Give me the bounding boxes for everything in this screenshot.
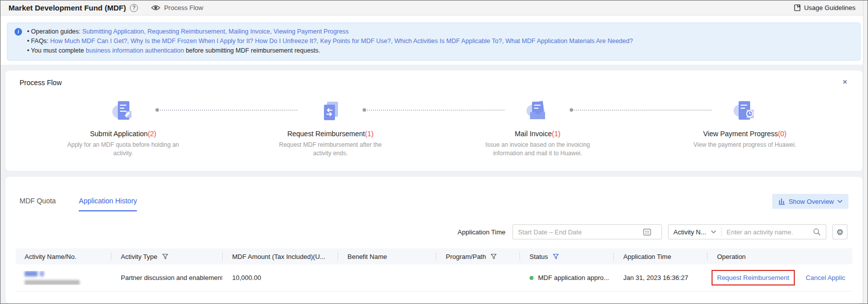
step-count: (1) <box>365 130 374 138</box>
column-application-time: Application Time <box>613 248 707 264</box>
step-description: Issue an invoice based on the invoicing … <box>479 141 596 158</box>
filter-bar: Application Time Activity N... ⚙ <box>16 224 852 239</box>
document-pencil-icon <box>111 99 135 123</box>
faqs-label: • FAQs: <box>27 38 50 45</box>
banner-line-faqs: • FAQs: How Much MDF Can I Get?, Why Is … <box>27 37 633 46</box>
application-history-table: Activity Name/No. Activity Type MDF Amou… <box>16 248 852 291</box>
scrollbar[interactable] <box>863 1 867 303</box>
column-program-path: Program/Path <box>436 248 519 264</box>
step-label: Mail Invoice(1) <box>434 130 641 138</box>
banner-line-operation-guides: • Operation guides: Submitting Applicati… <box>27 27 633 37</box>
gear-icon: ⚙ <box>836 227 843 237</box>
step-description: Request MDF reimbursement after the acti… <box>272 141 389 158</box>
help-icon[interactable]: ? <box>130 4 138 12</box>
calendar-icon[interactable] <box>643 228 651 236</box>
close-icon[interactable]: × <box>842 78 847 86</box>
step-view-payment-progress: View Payment Progress(0) View the paymen… <box>641 99 848 158</box>
link-faq-frozen[interactable]: Why Is the MDF Frozen When I Apply for I… <box>131 38 318 45</box>
tab-mdf-quota[interactable]: MDF Quota <box>20 197 56 211</box>
chevron-down-icon <box>711 230 716 233</box>
redacted-text <box>25 271 38 276</box>
process-flow-toggle-label: Process Flow <box>164 4 203 12</box>
application-time-label: Application Time <box>458 228 505 236</box>
chevron-down-icon <box>837 200 842 203</box>
cell-activity-type: Partner discussion and enablement <box>111 274 222 281</box>
info-icon: i <box>15 28 22 36</box>
step-description: Apply for an MDF quota before holding an… <box>65 141 182 158</box>
page-title: Market Development Fund (MDF) <box>9 4 126 12</box>
redacted-text <box>25 280 80 285</box>
tab-application-history[interactable]: Application History <box>79 197 137 211</box>
step-count: (0) <box>778 130 786 138</box>
date-range-input[interactable] <box>518 228 640 236</box>
search-category-dropdown[interactable]: Activity N... <box>668 225 721 239</box>
activity-name-input[interactable] <box>722 228 810 236</box>
status-text: MDF application appro... <box>538 274 609 281</box>
table-row: Partner discussion and enablement 10,000… <box>16 264 852 291</box>
filter-funnel-icon[interactable] <box>490 253 497 260</box>
link-requesting-reimbursement[interactable]: Requesting Reimbursement, <box>147 28 227 35</box>
show-overview-label: Show Overview <box>789 198 834 205</box>
redacted-text <box>40 271 44 276</box>
link-submitting-application[interactable]: Submitting Application, <box>82 28 145 35</box>
process-flow-title: Process Flow <box>20 79 848 87</box>
column-activity-type: Activity Type <box>111 248 222 264</box>
usage-guidelines-link[interactable]: Usage Guidelines <box>794 4 855 12</box>
cancel-application-link[interactable]: Cancel Application <box>806 274 845 281</box>
link-business-info-auth[interactable]: business information authentication <box>86 47 184 54</box>
info-banner: i • Operation guides: Submitting Applica… <box>7 23 860 61</box>
page-header: Market Development Fund (MDF) ? Process … <box>1 1 867 16</box>
note-pre: • You must complete <box>27 47 86 54</box>
step-connector <box>156 110 297 111</box>
step-connector <box>571 110 712 111</box>
document-transfer-icon <box>318 99 342 123</box>
link-faq-how-much[interactable]: How Much MDF Can I Get?, <box>50 38 129 45</box>
process-flow-panel: Process Flow × Submit Application(2) App… <box>6 71 862 171</box>
operation-guides-label: • Operation guides: <box>27 28 82 35</box>
tab-bar: MDF Quota Application History <box>20 197 137 211</box>
request-reimbursement-link[interactable]: Request Reimbursement <box>717 274 789 281</box>
guide-book-icon <box>794 4 801 12</box>
cell-application-time: Jan 31, 2023 16:36:27 <box>613 274 707 281</box>
column-operation: Operation <box>707 248 845 264</box>
link-faq-materials[interactable]: What MDF Application Materials Are Neede… <box>505 38 633 45</box>
bar-chart-icon <box>778 198 785 205</box>
cell-status: MDF application appro... <box>519 274 613 281</box>
show-overview-button[interactable]: Show Overview <box>772 194 848 209</box>
process-flow-toggle[interactable]: Process Flow <box>151 4 203 12</box>
link-mailing-invoice[interactable]: Mailing Invoice, <box>229 28 272 35</box>
banner-line-note: • You must complete business information… <box>27 46 633 56</box>
usage-guidelines-label: Usage Guidelines <box>804 4 855 12</box>
step-mail-invoice: Mail Invoice(1) Issue an invoice based o… <box>434 99 641 158</box>
note-post: before submitting MDF reimbursement requ… <box>184 47 320 54</box>
process-steps: Submit Application(2) Apply for an MDF q… <box>20 99 848 158</box>
cell-mdf-amount: 10,000.00 <box>222 274 337 281</box>
column-activity-name: Activity Name/No. <box>16 248 111 264</box>
table-header-row: Activity Name/No. Activity Type MDF Amou… <box>16 248 852 264</box>
step-submit-application: Submit Application(2) Apply for an MDF q… <box>20 99 227 158</box>
step-count: (2) <box>148 130 156 138</box>
step-connector <box>364 110 504 111</box>
step-label: Submit Application(2) <box>20 130 227 138</box>
activity-search-box: Activity N... <box>668 224 826 239</box>
cell-operation: Request Reimbursement Cancel Application <box>707 270 845 285</box>
table-settings-button[interactable]: ⚙ <box>832 224 847 239</box>
filter-funnel-icon-active[interactable] <box>553 253 559 260</box>
search-category-value: Activity N... <box>673 228 706 236</box>
step-count: (1) <box>552 130 561 138</box>
column-mdf-amount: MDF Amount (Tax Included)(U... <box>222 248 337 264</box>
link-faq-applicable[interactable]: Which Activities Is MDF Applicable To?, <box>394 38 503 45</box>
step-description: View the payment progress of Huawei. <box>686 141 803 149</box>
search-icon[interactable] <box>813 228 821 236</box>
mdf-console-page: Market Development Fund (MDF) ? Process … <box>0 0 868 304</box>
step-label: Request Reimbursement(1) <box>227 130 434 138</box>
link-viewing-payment-progress[interactable]: Viewing Payment Progress <box>274 28 349 35</box>
application-panel: MDF Quota Application History Show Overv… <box>6 177 862 303</box>
cell-activity-name-redacted[interactable] <box>16 271 111 285</box>
date-range-picker[interactable] <box>512 224 662 239</box>
link-faq-key-points[interactable]: Key Points for MDF Use?, <box>320 38 393 45</box>
document-clock-icon <box>733 99 757 123</box>
step-request-reimbursement: Request Reimbursement(1) Request MDF rei… <box>227 99 434 158</box>
step-label: View Payment Progress(0) <box>641 130 848 138</box>
filter-funnel-icon[interactable] <box>162 253 168 260</box>
